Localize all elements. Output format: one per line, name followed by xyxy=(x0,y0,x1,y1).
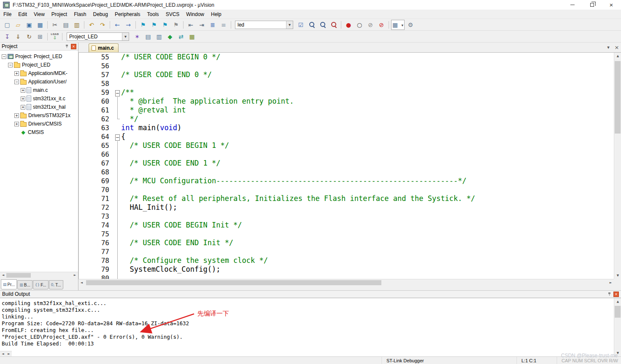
menu-item-window[interactable]: Window xyxy=(183,10,208,19)
insert-breakpoint-button[interactable]: ● xyxy=(343,20,354,30)
fold-margin[interactable]: − xyxy=(114,132,121,141)
close-button[interactable] xyxy=(602,0,621,10)
minimize-button[interactable] xyxy=(563,0,582,10)
code-line-56[interactable]: 56 xyxy=(79,62,614,70)
tab-list-dropdown-icon[interactable] xyxy=(604,45,613,50)
scroll-left-icon[interactable] xyxy=(78,280,85,286)
toggle-bookmark-button[interactable]: ⚑ xyxy=(138,20,148,30)
expand-plus-icon[interactable]: + xyxy=(21,96,25,101)
undo-button[interactable]: ↶ xyxy=(86,20,97,30)
tree-item-project-project-led[interactable]: −Project: Project_LED xyxy=(0,52,78,61)
select-packs-button[interactable]: ⇄ xyxy=(176,32,186,42)
menu-item-help[interactable]: Help xyxy=(208,10,225,19)
project-panel-close-button[interactable] xyxy=(71,44,76,49)
scroll-right-icon[interactable] xyxy=(6,351,12,356)
navigate-forward-button[interactable]: → xyxy=(123,20,133,30)
tree-item-stm32f1xx-hal[interactable]: +stm32f1xx_hal xyxy=(0,103,78,111)
code-line-58[interactable]: 58 xyxy=(79,79,614,88)
tree-item-application-mdk[interactable]: +Application/MDK- xyxy=(0,69,78,78)
scroll-thumb[interactable] xyxy=(6,273,31,278)
outdent-button[interactable]: ⇤ xyxy=(186,20,196,30)
menu-item-svcs[interactable]: SVCS xyxy=(162,10,183,19)
collapse-minus-icon[interactable]: − xyxy=(14,80,19,84)
options-for-target-button[interactable]: ✶ xyxy=(132,32,142,42)
kill-breakpoint-button[interactable]: ⊘ xyxy=(365,20,375,30)
build-output-vscrollbar[interactable] xyxy=(614,298,621,356)
configure-tools-button[interactable]: ⚙ xyxy=(405,20,416,30)
code-line-59[interactable]: 59−/** xyxy=(79,88,614,97)
tree-item-stm32f1xx-it-c[interactable]: +stm32f1xx_it.c xyxy=(0,94,78,103)
code-line-64[interactable]: 64−{ xyxy=(79,132,614,141)
save-all-button[interactable]: ▦ xyxy=(35,20,45,30)
build-output-close-button[interactable] xyxy=(613,292,619,297)
fold-margin[interactable]: − xyxy=(114,88,121,97)
code-line-65[interactable]: 65 /* USER CODE BEGIN 1 */ xyxy=(79,141,614,150)
open-file-button[interactable]: ▱ xyxy=(13,20,23,30)
code-line-71[interactable]: 71 /* Reset of all peripherals, Initiali… xyxy=(79,194,614,203)
expand-plus-icon[interactable]: + xyxy=(14,122,19,126)
scroll-up-icon[interactable] xyxy=(614,53,621,59)
code-line-74[interactable]: 74 /* USER CODE BEGIN Init */ xyxy=(79,221,614,230)
books-button[interactable]: ▥ xyxy=(154,32,164,42)
build-button[interactable]: ⇓ xyxy=(13,32,23,42)
tree-item-project-led[interactable]: −Project_LED xyxy=(0,61,78,69)
panel-tab-f[interactable]: {}F... xyxy=(33,280,49,289)
scroll-right-icon[interactable] xyxy=(72,273,78,278)
code-line-78[interactable]: 78 /* Configure the system clock */ xyxy=(79,256,614,265)
code-line-69[interactable]: 69 /* MCU Configuration-----------------… xyxy=(79,177,614,185)
paste-button[interactable]: ▥ xyxy=(72,20,82,30)
code-line-66[interactable]: 66 xyxy=(79,150,614,159)
collapse-minus-icon[interactable]: − xyxy=(8,63,13,67)
incremental-find-button[interactable] xyxy=(329,20,339,30)
batch-build-button[interactable]: ⊞ xyxy=(35,32,45,42)
indent-button[interactable]: ⇥ xyxy=(197,20,207,30)
tab-main-c[interactable]: main.c xyxy=(89,43,119,52)
find-mode-button[interactable]: ☑ xyxy=(296,20,306,30)
find-button[interactable] xyxy=(318,20,328,30)
code-line-63[interactable]: 63int main(void) xyxy=(79,123,614,132)
expand-plus-icon[interactable]: + xyxy=(14,113,19,118)
editor-vscrollbar[interactable] xyxy=(614,53,621,279)
build-output-body[interactable]: compiling stm32f1xx_hal_exti.c...compili… xyxy=(0,298,621,356)
project-tree[interactable]: −Project: Project_LED−Project_LED+Applic… xyxy=(0,51,78,272)
scroll-down-icon[interactable] xyxy=(614,272,621,279)
fold-collapse-icon[interactable]: − xyxy=(115,90,120,96)
next-bookmark-button[interactable]: ⚑ xyxy=(160,20,170,30)
disable-breakpoint-button[interactable]: ○ xyxy=(354,20,364,30)
find-dropdown-icon[interactable] xyxy=(286,21,293,29)
maximize-button[interactable] xyxy=(582,0,602,10)
code-line-55[interactable]: 55/* USER CODE BEGIN 0 */ xyxy=(79,53,614,62)
code-line-61[interactable]: 61 * @retval int xyxy=(79,106,614,115)
panel-tab-pr[interactable]: ▤Pr... xyxy=(1,279,17,289)
tree-item-drivers-stm32f1x[interactable]: +Drivers/STM32F1x xyxy=(0,111,78,120)
code-editor[interactable]: 55/* USER CODE BEGIN 0 */5657/* USER COD… xyxy=(78,53,614,279)
copy-button[interactable]: ▤ xyxy=(61,20,71,30)
menu-item-edit[interactable]: Edit xyxy=(15,10,30,19)
find-combobox[interactable]: led xyxy=(235,21,293,29)
menu-item-project[interactable]: Project xyxy=(48,10,70,19)
new-file-button[interactable]: ▢ xyxy=(2,20,12,30)
code-line-60[interactable]: 60 * @brief The application entry point. xyxy=(79,97,614,106)
project-hscrollbar[interactable] xyxy=(0,272,78,278)
code-line-75[interactable]: 75 xyxy=(79,230,614,238)
tree-item-application-user[interactable]: −Application/User/ xyxy=(0,78,78,86)
uncomment-selection-button[interactable]: ≡ xyxy=(219,20,229,30)
redo-button[interactable]: ↷ xyxy=(97,20,108,30)
code-line-62[interactable]: 62 */ xyxy=(79,115,614,123)
editor-hscrollbar[interactable] xyxy=(78,279,614,286)
tree-item-cmsis[interactable]: ◆CMSIS xyxy=(0,128,78,136)
code-line-73[interactable]: 73 xyxy=(79,212,614,221)
file-extensions-button[interactable]: ▤ xyxy=(143,32,153,42)
cut-button[interactable]: ✂ xyxy=(50,20,60,30)
code-line-76[interactable]: 76 /* USER CODE END Init */ xyxy=(79,238,614,247)
expand-plus-icon[interactable]: + xyxy=(21,88,25,93)
menu-item-file[interactable]: File xyxy=(0,10,15,19)
expand-plus-icon[interactable]: + xyxy=(21,105,25,110)
tab-close-icon[interactable] xyxy=(613,44,621,51)
scroll-thumb[interactable] xyxy=(615,61,621,134)
scroll-left-icon[interactable] xyxy=(0,273,6,278)
code-line-67[interactable]: 67 /* USER CODE END 1 */ xyxy=(79,159,614,168)
tree-item-main-c[interactable]: +main.c xyxy=(0,86,78,94)
clear-bookmarks-button[interactable]: ⚑ xyxy=(171,20,181,30)
fold-collapse-icon[interactable]: − xyxy=(115,134,120,141)
